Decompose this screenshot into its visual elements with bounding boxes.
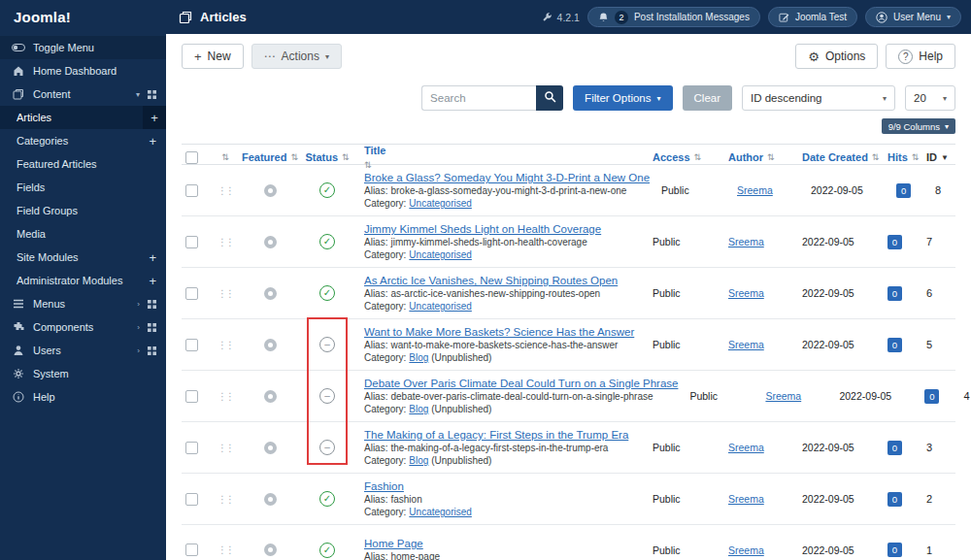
drag-handle-icon[interactable]: ⋮⋮ — [218, 237, 233, 247]
list-limit-select[interactable]: 20 ▾ — [905, 85, 955, 111]
dashboard-grid-icon[interactable] — [148, 323, 156, 332]
featured-toggle-icon[interactable] — [264, 287, 277, 300]
sidebar-item-media[interactable]: Media — [0, 222, 166, 246]
author-link[interactable]: Sreema — [728, 442, 764, 453]
drag-handle-icon[interactable]: ⋮⋮ — [218, 340, 233, 350]
article-title-link[interactable]: Want to Make More Baskets? Science Has t… — [364, 326, 634, 338]
columns-dropdown-button[interactable]: 9/9 Columns ▾ — [882, 118, 955, 134]
author-link[interactable]: Sreema — [728, 544, 764, 556]
search-button[interactable] — [536, 85, 563, 111]
sidebar-item-administrator-modules[interactable]: Administrator Modules+ — [0, 269, 166, 292]
status-published-icon[interactable]: ✓ — [319, 234, 335, 249]
column-header-date-created[interactable]: Date Created ⇅ — [802, 151, 887, 163]
dashboard-grid-icon[interactable] — [148, 90, 156, 99]
sidebar-item-help[interactable]: Help — [0, 385, 166, 409]
drag-handle-icon[interactable]: ⋮⋮ — [218, 443, 233, 453]
column-header-featured[interactable]: Featured ⇅ — [240, 151, 300, 163]
sidebar-item-articles[interactable]: Articles+ — [0, 106, 166, 129]
status-unpublished-icon[interactable]: – — [319, 440, 335, 455]
new-button[interactable]: + New — [182, 44, 244, 69]
author-link[interactable]: Sreema — [728, 236, 764, 247]
status-published-icon[interactable]: ✓ — [319, 285, 335, 301]
featured-toggle-icon[interactable] — [264, 184, 277, 197]
add-new-button[interactable]: + — [149, 275, 156, 287]
status-unpublished-icon[interactable]: – — [319, 388, 335, 404]
dashboard-grid-icon[interactable] — [148, 346, 156, 355]
sidebar-item-system[interactable]: System — [0, 362, 166, 385]
category-link[interactable]: Uncategorised — [409, 301, 471, 312]
sidebar-item-users[interactable]: Users› — [0, 339, 166, 362]
site-preview-button[interactable]: Joomla Test — [768, 7, 857, 27]
featured-toggle-icon[interactable] — [264, 493, 277, 506]
row-checkbox[interactable] — [185, 339, 198, 351]
article-title-link[interactable]: Debate Over Paris Climate Deal Could Tur… — [364, 378, 678, 389]
sidebar-item-toggle-menu[interactable]: Toggle Menu — [0, 36, 166, 59]
drag-handle-icon[interactable]: ⋮⋮ — [218, 185, 233, 196]
category-link[interactable]: Uncategorised — [409, 507, 471, 517]
featured-toggle-icon[interactable] — [264, 544, 277, 556]
author-link[interactable]: Sreema — [765, 390, 801, 402]
drag-handle-icon[interactable]: ⋮⋮ — [218, 288, 233, 299]
column-header-author[interactable]: Author ⇅ — [728, 151, 802, 163]
article-title-link[interactable]: Home Page — [364, 538, 423, 549]
sidebar-item-home-dashboard[interactable]: Home Dashboard — [0, 59, 166, 82]
author-link[interactable]: Sreema — [728, 287, 764, 299]
filter-options-button[interactable]: Filter Options ▾ — [573, 85, 672, 111]
sidebar-item-menus[interactable]: Menus› — [0, 292, 166, 315]
column-header-status[interactable]: Status ⇅ — [300, 151, 354, 163]
column-header-ordering[interactable]: ⇅ — [211, 152, 240, 162]
sidebar-item-components[interactable]: Components› — [0, 315, 166, 339]
actions-button[interactable]: ⋯ Actions ▾ — [251, 44, 342, 69]
sidebar-item-content[interactable]: Content▾ — [0, 82, 166, 106]
sidebar-item-site-modules[interactable]: Site Modules+ — [0, 246, 166, 269]
status-published-icon[interactable]: ✓ — [319, 491, 335, 507]
author-link[interactable]: Sreema — [728, 339, 764, 350]
row-checkbox[interactable] — [185, 544, 198, 556]
column-header-access[interactable]: Access ⇅ — [651, 151, 728, 163]
options-button[interactable]: ⚙ Options — [795, 44, 878, 69]
help-button[interactable]: ? Help — [886, 44, 955, 69]
clear-button[interactable]: Clear — [683, 85, 732, 111]
drag-handle-icon[interactable]: ⋮⋮ — [218, 494, 233, 505]
select-all-checkbox[interactable] — [185, 151, 198, 164]
sidebar-item-featured-articles[interactable]: Featured Articles — [0, 152, 166, 176]
add-new-button[interactable]: + — [149, 135, 156, 148]
drag-handle-icon[interactable]: ⋮⋮ — [218, 544, 233, 555]
status-unpublished-icon[interactable]: – — [319, 337, 335, 352]
row-checkbox[interactable] — [185, 442, 198, 454]
category-link[interactable]: Blog — [409, 352, 428, 363]
column-header-id[interactable]: ID ▼ — [924, 151, 955, 163]
column-header-hits[interactable]: Hits ⇅ — [887, 151, 924, 163]
user-menu-button[interactable]: User Menu ▾ — [865, 7, 961, 27]
sidebar-item-field-groups[interactable]: Field Groups — [0, 199, 166, 222]
author-link[interactable]: Sreema — [728, 493, 764, 505]
article-title-link[interactable]: Broke a Glass? Someday You Might 3-D-Pri… — [364, 172, 650, 183]
sidebar-item-fields[interactable]: Fields — [0, 176, 166, 199]
sidebar-item-categories[interactable]: Categories+ — [0, 129, 166, 152]
add-new-button[interactable]: + — [143, 106, 166, 129]
article-title-link[interactable]: As Arctic Ice Vanishes, New Shipping Rou… — [364, 275, 618, 286]
category-link[interactable]: Blog — [409, 404, 428, 414]
row-checkbox[interactable] — [185, 236, 198, 248]
author-link[interactable]: Sreema — [737, 184, 773, 196]
dashboard-grid-icon[interactable] — [148, 300, 156, 309]
featured-toggle-icon[interactable] — [264, 390, 277, 403]
article-title-link[interactable]: Fashion — [364, 480, 404, 492]
article-title-link[interactable]: Jimmy Kimmel Sheds Light on Health Cover… — [364, 223, 601, 235]
row-checkbox[interactable] — [185, 287, 198, 300]
featured-toggle-icon[interactable] — [264, 442, 277, 454]
search-input[interactable] — [421, 85, 536, 111]
article-title-link[interactable]: The Making of a Legacy: First Steps in t… — [364, 429, 628, 441]
row-checkbox[interactable] — [185, 493, 198, 506]
status-published-icon[interactable]: ✓ — [319, 543, 335, 558]
category-link[interactable]: Uncategorised — [409, 249, 471, 260]
status-published-icon[interactable]: ✓ — [319, 182, 335, 198]
category-link[interactable]: Blog — [409, 455, 428, 466]
add-new-button[interactable]: + — [149, 251, 156, 264]
featured-toggle-icon[interactable] — [264, 236, 277, 248]
drag-handle-icon[interactable]: ⋮⋮ — [218, 391, 233, 402]
post-installation-messages-button[interactable]: 2 Post Installation Messages — [587, 7, 760, 27]
sort-select[interactable]: ID descending ▾ — [742, 85, 895, 111]
row-checkbox[interactable] — [185, 390, 198, 403]
featured-toggle-icon[interactable] — [264, 339, 277, 351]
